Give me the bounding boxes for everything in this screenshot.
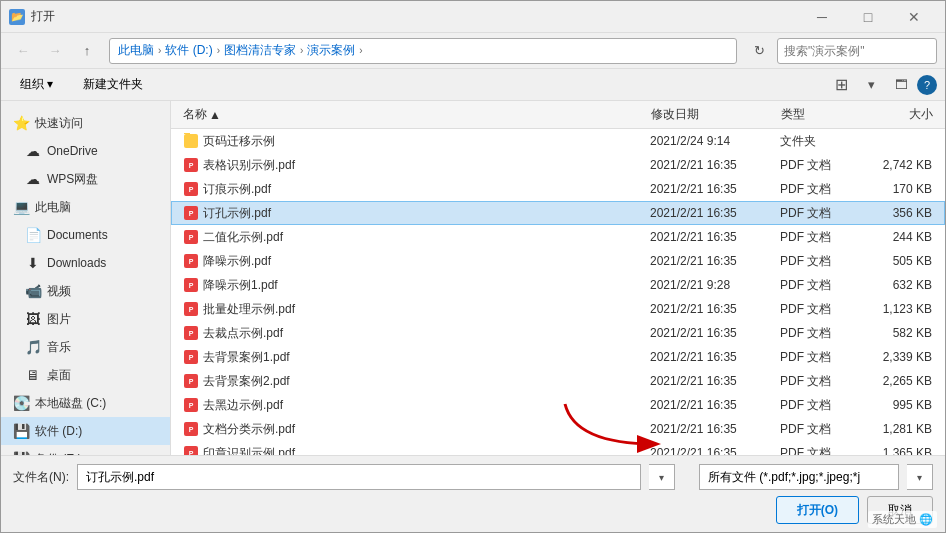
table-row[interactable]: P表格识别示例.pdf2021/2/21 16:35PDF 文档2,742 KB (171, 153, 945, 177)
file-date: 2021/2/21 9:28 (646, 278, 776, 292)
table-row[interactable]: P去背景案例2.pdf2021/2/21 16:35PDF 文档2,265 KB (171, 369, 945, 393)
pdf-icon: P (184, 398, 198, 412)
sidebar-item-documents[interactable]: 📄 Documents (1, 221, 170, 249)
wpsdrive-icon: ☁ (25, 171, 41, 187)
back-button[interactable]: ← (9, 38, 37, 64)
table-row[interactable]: P文档分类示例.pdf2021/2/21 16:35PDF 文档1,281 KB (171, 417, 945, 441)
sidebar-item-drive-d[interactable]: 💾 软件 (D:) (1, 417, 170, 445)
file-type: PDF 文档 (776, 253, 856, 270)
col-header-name[interactable]: 名称 ▲ (179, 106, 647, 123)
file-header: 名称 ▲ 修改日期 类型 大小 (171, 101, 945, 129)
organize-button[interactable]: 组织 ▾ (9, 73, 64, 97)
view-controls: ⊞ ▾ 🗔 ? (827, 72, 937, 98)
file-type: PDF 文档 (776, 421, 856, 438)
table-row[interactable]: P降噪示例.pdf2021/2/21 16:35PDF 文档505 KB (171, 249, 945, 273)
sidebar-item-pictures[interactable]: 🖼 图片 (1, 305, 170, 333)
pdf-icon: P (184, 422, 198, 436)
col-header-type[interactable]: 类型 (777, 106, 857, 123)
sidebar-item-video[interactable]: 📹 视频 (1, 277, 170, 305)
up-button[interactable]: ↑ (73, 38, 101, 64)
file-name: 二值化示例.pdf (203, 229, 283, 246)
breadcrumb-folder[interactable]: 演示案例 (307, 42, 355, 59)
file-date: 2021/2/21 16:35 (646, 302, 776, 316)
nav-toolbar: ← → ↑ 此电脑 › 软件 (D:) › 图档清洁专家 › 演示案例 › ↻ … (1, 33, 945, 69)
file-date: 2021/2/21 16:35 (646, 446, 776, 455)
table-row[interactable]: P二值化示例.pdf2021/2/21 16:35PDF 文档244 KB (171, 225, 945, 249)
pdf-icon: P (184, 350, 198, 364)
table-row[interactable]: P去裁点示例.pdf2021/2/21 16:35PDF 文档582 KB (171, 321, 945, 345)
file-list[interactable]: 页码迁移示例2021/2/24 9:14文件夹P表格识别示例.pdf2021/2… (171, 129, 945, 455)
open-button[interactable]: 打开(O) (776, 496, 859, 524)
file-name: 降噪示例.pdf (203, 253, 271, 270)
file-size: 1,281 KB (856, 422, 936, 436)
breadcrumb-sep-1: › (158, 45, 161, 56)
table-row[interactable]: 页码迁移示例2021/2/24 9:14文件夹 (171, 129, 945, 153)
breadcrumb-computer[interactable]: 此电脑 (118, 42, 154, 59)
drive-c-icon: 💽 (13, 395, 29, 411)
file-date: 2021/2/21 16:35 (646, 206, 776, 220)
new-folder-label: 新建文件夹 (83, 76, 143, 93)
music-icon: 🎵 (25, 339, 41, 355)
file-size: 582 KB (856, 326, 936, 340)
view-dropdown-button[interactable]: ▾ (857, 72, 885, 98)
file-date: 2021/2/21 16:35 (646, 422, 776, 436)
sidebar-item-quick-access[interactable]: ⭐ 快速访问 (1, 109, 170, 137)
folder-icon (184, 134, 198, 148)
sidebar-label-drive-c: 本地磁盘 (C:) (35, 395, 106, 412)
breadcrumb-sep-3: › (300, 45, 303, 56)
table-row[interactable]: P去背景案例1.pdf2021/2/21 16:35PDF 文档2,339 KB (171, 345, 945, 369)
breadcrumb-app[interactable]: 图档清洁专家 (224, 42, 296, 59)
filename-input[interactable] (77, 464, 641, 490)
table-row[interactable]: P订孔示例.pdf2021/2/21 16:35PDF 文档356 KB (171, 201, 945, 225)
forward-button[interactable]: → (41, 38, 69, 64)
minimize-button[interactable]: ─ (799, 1, 845, 33)
sidebar-label-pictures: 图片 (47, 311, 71, 328)
drive-d-icon: 💾 (13, 423, 29, 439)
help-button[interactable]: ? (917, 75, 937, 95)
breadcrumb-bar[interactable]: 此电脑 › 软件 (D:) › 图档清洁专家 › 演示案例 › (109, 38, 737, 64)
refresh-button[interactable]: ↻ (745, 38, 773, 64)
file-type: PDF 文档 (776, 373, 856, 390)
search-input[interactable] (778, 44, 937, 58)
sidebar-item-downloads[interactable]: ⬇ Downloads (1, 249, 170, 277)
file-type: PDF 文档 (776, 277, 856, 294)
filename-label: 文件名(N): (13, 469, 69, 486)
col-header-date[interactable]: 修改日期 (647, 106, 777, 123)
sidebar-item-wpsdrive[interactable]: ☁ WPS网盘 (1, 165, 170, 193)
table-row[interactable]: P批量处理示例.pdf2021/2/21 16:35PDF 文档1,123 KB (171, 297, 945, 321)
sidebar-item-music[interactable]: 🎵 音乐 (1, 333, 170, 361)
close-button[interactable]: ✕ (891, 1, 937, 33)
pdf-icon: P (184, 446, 198, 455)
filetype-dropdown-button[interactable]: ▾ (907, 464, 933, 490)
file-size: 2,339 KB (856, 350, 936, 364)
table-row[interactable]: P去黑边示例.pdf2021/2/21 16:35PDF 文档995 KB (171, 393, 945, 417)
file-type: PDF 文档 (776, 229, 856, 246)
sidebar-item-desktop[interactable]: 🖥 桌面 (1, 361, 170, 389)
file-date: 2021/2/21 16:35 (646, 374, 776, 388)
filename-dropdown-button[interactable]: ▾ (649, 464, 675, 490)
pdf-icon: P (184, 230, 198, 244)
sidebar-item-onedrive[interactable]: ☁ OneDrive (1, 137, 170, 165)
sidebar-item-drive-c[interactable]: 💽 本地磁盘 (C:) (1, 389, 170, 417)
table-row[interactable]: P订痕示例.pdf2021/2/21 16:35PDF 文档170 KB (171, 177, 945, 201)
breadcrumb-drive[interactable]: 软件 (D:) (165, 42, 212, 59)
col-header-size[interactable]: 大小 (857, 106, 937, 123)
sidebar-item-thispc[interactable]: 💻 此电脑 (1, 193, 170, 221)
file-name: 去黑边示例.pdf (203, 397, 283, 414)
sidebar-item-drive-e[interactable]: 💾 备份 (E:) (1, 445, 170, 455)
file-type: PDF 文档 (776, 301, 856, 318)
file-size: 170 KB (856, 182, 936, 196)
file-date: 2021/2/21 16:35 (646, 254, 776, 268)
watermark-text: 系统天地 (872, 513, 916, 525)
view-list-button[interactable]: ⊞ (827, 72, 855, 98)
maximize-button[interactable]: □ (845, 1, 891, 33)
new-folder-button[interactable]: 新建文件夹 (72, 73, 154, 97)
filename-row: 文件名(N): ▾ 所有文件 (*.pdf;*.jpg;*.jpeg;*j ▾ (13, 464, 933, 490)
table-row[interactable]: P降噪示例1.pdf2021/2/21 9:28PDF 文档632 KB (171, 273, 945, 297)
sidebar-label-music: 音乐 (47, 339, 71, 356)
filetype-select[interactable]: 所有文件 (*.pdf;*.jpg;*.jpeg;*j (699, 464, 899, 490)
preview-button[interactable]: 🗔 (887, 72, 915, 98)
organize-label: 组织 ▾ (20, 76, 53, 93)
table-row[interactable]: P印章识别示例.pdf2021/2/21 16:35PDF 文档1,365 KB (171, 441, 945, 455)
file-name: 降噪示例1.pdf (203, 277, 278, 294)
